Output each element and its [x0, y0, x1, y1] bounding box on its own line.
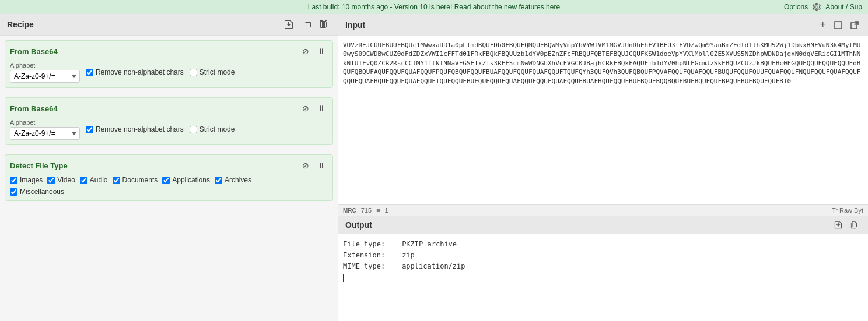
disable-detect-button[interactable]: ⊘ [300, 160, 312, 171]
options-link[interactable]: Options [784, 3, 808, 11]
output-mime-line: MIME type: application/zip [343, 261, 863, 272]
svg-rect-0 [835, 22, 842, 29]
archives-label[interactable]: Archives [215, 176, 251, 184]
video-checkbox[interactable] [47, 177, 55, 184]
output-header: Output [338, 216, 868, 234]
from-base64-block-1: From Base64 ⊘ ⏸ Alphabet A-Za-z0-9+/= Re… [5, 40, 333, 88]
alphabet-1-container: Alphabet A-Za-z0-9+/= [10, 62, 80, 83]
alphabet-2-label: Alphabet [10, 119, 80, 126]
lines-icon: ≡ [376, 207, 380, 214]
output-cursor [343, 274, 344, 282]
right-panel: Input + VUVzREJCUU [338, 14, 868, 321]
popout-icon [850, 21, 859, 29]
recipe-title: Recipe [7, 20, 34, 29]
from-base64-2-row: Alphabet A-Za-z0-9+/= Remove non-alphabe… [10, 119, 328, 140]
alphabet-1-select[interactable]: A-Za-z0-9+/= [10, 70, 80, 83]
input-footer: MRC 715 ≡ 1 Tr Raw Byt [338, 204, 868, 216]
banner-right-actions: Options About / Sup [784, 3, 862, 11]
output-title: Output [345, 220, 372, 230]
save-button[interactable] [282, 19, 296, 30]
strict-mode-2-text: Strict mode [200, 125, 235, 133]
alphabet-2-container: Alphabet A-Za-z0-9+/= [10, 119, 80, 140]
documents-checkbox[interactable] [113, 177, 120, 184]
output-copy-button[interactable] [848, 220, 861, 230]
from-base64-1-row: Alphabet A-Za-z0-9+/= Remove non-alphabe… [10, 62, 328, 83]
mac-value: 715 [361, 207, 372, 214]
input-popout-button[interactable] [848, 17, 861, 32]
audio-checkbox[interactable] [80, 177, 88, 184]
video-text: Video [57, 176, 75, 184]
copy-icon [850, 221, 859, 229]
output-section: Output File type: [338, 216, 868, 321]
documents-text: Documents [123, 176, 158, 184]
top-banner: Last build: 10 months ago - Version 10 i… [0, 0, 868, 14]
applications-text: Applications [172, 176, 210, 184]
maximize-icon [834, 21, 842, 29]
audio-label[interactable]: Audio [80, 176, 108, 184]
documents-label[interactable]: Documents [113, 176, 158, 184]
strict-mode-1-checkbox[interactable] [190, 69, 197, 76]
video-label[interactable]: Video [47, 176, 75, 184]
detect-file-type-controls: ⊘ ⏸ [300, 160, 328, 171]
detect-file-type-header: Detect File Type ⊘ ⏸ [10, 160, 328, 171]
misc-label[interactable]: Miscellaneous [10, 188, 328, 196]
applications-label[interactable]: Applications [162, 176, 210, 184]
pause-from-base64-1-button[interactable]: ⏸ [315, 45, 328, 57]
remove-nonalpha-2-checkbox[interactable] [86, 126, 93, 133]
strict-mode-2-label[interactable]: Strict mode [190, 125, 235, 133]
input-textarea[interactable]: VUVzREJCUUFBUUFBQUc1MWwxaDR1a0pLTmdBQUFD… [338, 36, 868, 204]
remove-nonalpha-1-checkbox[interactable] [86, 69, 93, 76]
images-checkbox[interactable] [10, 177, 18, 184]
from-base64-1-header: From Base64 ⊘ ⏸ [10, 45, 328, 57]
archives-checkbox[interactable] [215, 177, 222, 184]
input-section: Input + VUVzREJCUU [338, 14, 868, 216]
clear-button[interactable] [317, 19, 331, 30]
raw-label: Tr Raw Byt [832, 207, 863, 214]
input-maximize-button[interactable] [832, 17, 845, 32]
remove-nonalpha-2-text: Remove non-alphabet chars [96, 125, 184, 133]
output-save-button[interactable] [832, 220, 845, 230]
recipe-actions [282, 19, 331, 30]
load-button[interactable] [299, 19, 313, 30]
save-icon [284, 20, 293, 29]
output-save-icon [834, 221, 842, 229]
about-link[interactable]: About / Sup [825, 3, 862, 11]
output-extension-line: Extension: zip [343, 250, 863, 261]
archives-text: Archives [225, 176, 251, 184]
from-base64-1-title: From Base64 [10, 47, 58, 56]
disable-from-base64-1-button[interactable]: ⊘ [300, 45, 312, 57]
input-add-button[interactable]: + [817, 17, 828, 32]
file-type-grid: Images Video Audio Documents Application… [10, 176, 328, 184]
misc-checkbox[interactable] [10, 188, 18, 196]
main-layout: Recipe [0, 14, 868, 321]
trash-icon [319, 20, 328, 29]
strict-mode-2-checkbox[interactable] [190, 126, 197, 133]
output-filetype-line: File type: PKZIP archive [343, 239, 863, 250]
misc-row: Miscellaneous [10, 188, 328, 196]
strict-mode-1-label[interactable]: Strict mode [190, 68, 235, 76]
applications-checkbox[interactable] [162, 177, 170, 184]
detect-file-type-block: Detect File Type ⊘ ⏸ Images Video Audio [5, 154, 333, 201]
remove-nonalpha-2-label[interactable]: Remove non-alphabet chars [86, 125, 184, 133]
mac-label: MRC [343, 207, 356, 214]
audio-text: Audio [90, 176, 108, 184]
output-actions [832, 220, 861, 230]
images-text: Images [20, 176, 43, 184]
misc-text: Miscellaneous [20, 188, 64, 196]
gear-icon [813, 3, 821, 11]
pause-from-base64-2-button[interactable]: ⏸ [315, 103, 328, 114]
images-label[interactable]: Images [10, 176, 43, 184]
from-base64-block-2: From Base64 ⊘ ⏸ Alphabet A-Za-z0-9+/= Re… [5, 97, 333, 145]
from-base64-2-title: From Base64 [10, 104, 58, 113]
remove-nonalpha-1-text: Remove non-alphabet chars [96, 68, 184, 76]
output-cursor-line [343, 273, 863, 284]
strict-mode-1-text: Strict mode [200, 68, 235, 76]
banner-link[interactable]: here [546, 3, 560, 11]
alphabet-1-label: Alphabet [10, 62, 80, 69]
pause-detect-button[interactable]: ⏸ [315, 160, 328, 171]
remove-nonalpha-1-label[interactable]: Remove non-alphabet chars [86, 68, 184, 76]
alphabet-2-select[interactable]: A-Za-z0-9+/= [10, 127, 80, 140]
output-content: File type: PKZIP archive Extension: zip … [338, 234, 868, 321]
disable-from-base64-2-button[interactable]: ⊘ [300, 103, 312, 114]
from-base64-2-controls: ⊘ ⏸ [300, 103, 328, 114]
